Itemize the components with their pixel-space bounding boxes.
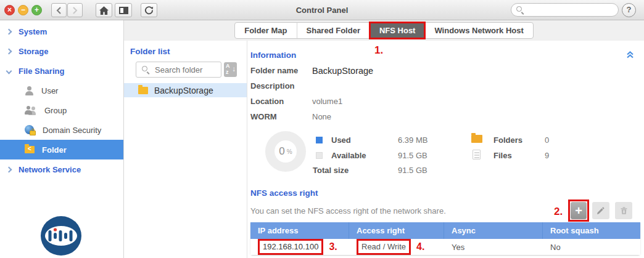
close-window-button[interactable]: ×: [4, 5, 15, 15]
tab-group: Folder Map Shared Folder NFS Host 1. Win…: [234, 22, 534, 39]
usage-percent: 0: [279, 145, 284, 158]
add-nfs-host-button[interactable]: + 2.: [571, 202, 587, 219]
annotation-number-3: 3.: [329, 241, 337, 252]
available-value: 91.5 GB: [398, 151, 427, 160]
chevron-right-icon: [6, 28, 12, 34]
back-button[interactable]: [51, 3, 67, 17]
detail-panel: Information Folder name BackupStorage De…: [247, 41, 644, 258]
help-button[interactable]: ?: [622, 3, 636, 17]
sidebar-item-label: Storage: [19, 47, 48, 56]
field-value: volume1: [312, 97, 342, 106]
tab-windows-network-host[interactable]: Windows Network Host: [425, 23, 532, 38]
used-label: Used: [331, 135, 351, 145]
sidebar-item-folder[interactable]: < Folder: [0, 140, 123, 159]
folder-icon: [138, 87, 148, 94]
tab-shared-folder[interactable]: Shared Folder: [297, 23, 370, 38]
sidebar-item-label: Network Service: [19, 165, 81, 174]
used-legend-swatch: [316, 137, 323, 143]
chevron-right-icon: [72, 7, 78, 14]
table-header-row: IP address Access right Async Root squas…: [250, 222, 640, 239]
ip-address-value: 192.168.10.100: [258, 239, 323, 255]
folder-list-panel: Folder list A z ↓ BackupStorage: [124, 41, 247, 258]
sidebar-item-label: User: [41, 86, 58, 95]
column-header-root-squash: Root squash: [543, 222, 640, 239]
available-label: Available: [331, 151, 366, 160]
info-row-location: Location volume1: [250, 94, 640, 109]
tab-nfs-host[interactable]: NFS Host 1.: [370, 23, 426, 38]
nfs-section-header: NFS access right: [250, 188, 640, 198]
sidebar-panel-icon: [119, 7, 128, 14]
usage-donut: 0 %: [265, 131, 306, 172]
folder-list-item-backupstorage[interactable]: BackupStorage: [124, 83, 247, 97]
info-row-worm: WORM None: [250, 109, 640, 124]
sidebar-item-group[interactable]: Group: [0, 100, 123, 120]
field-label: Folder name: [250, 66, 312, 75]
sort-arrow-icon: ↓: [232, 65, 236, 73]
usage-percent-unit: %: [287, 148, 292, 155]
toggle-sidebar-button[interactable]: [115, 3, 132, 17]
folders-label: Folders: [493, 135, 522, 145]
sort-az-button[interactable]: A z ↓: [224, 62, 237, 77]
refresh-button[interactable]: [141, 3, 157, 17]
plus-icon: +: [575, 203, 582, 218]
trash-icon: [619, 206, 629, 216]
chevron-right-icon: [6, 48, 12, 54]
control-panel-window: × − + Control Panel ?: [0, 0, 644, 258]
chevron-left-icon: [56, 7, 62, 14]
forward-button[interactable]: [67, 3, 83, 17]
window-toolbar: × − + Control Panel ?: [0, 0, 644, 20]
available-legend-swatch: [316, 152, 323, 159]
sidebar-item-label: File Sharing: [19, 67, 64, 76]
content-row: Folder list A z ↓ BackupStorage: [124, 41, 644, 258]
information-header: Information: [250, 49, 640, 60]
chevron-right-icon: [6, 166, 12, 172]
maximize-window-button[interactable]: +: [31, 5, 42, 15]
folder-search-row: A z ↓: [124, 62, 247, 78]
chevron-down-icon: [6, 68, 12, 74]
nfs-title: NFS access right: [250, 188, 318, 198]
sidebar-item-storage[interactable]: Storage: [0, 41, 123, 61]
sidebar-item-user[interactable]: User: [0, 81, 123, 100]
cell-async: Yes: [444, 239, 543, 255]
collapse-section-icon[interactable]: [626, 51, 634, 58]
info-row-folder-name: Folder name BackupStorage: [250, 63, 640, 78]
sidebar: System Storage File Sharing User Group D…: [0, 20, 124, 258]
delete-nfs-host-button[interactable]: [615, 202, 632, 219]
sidebar-item-label: Folder: [42, 145, 67, 155]
tab-folder-map[interactable]: Folder Map: [235, 23, 297, 38]
column-header-async: Async: [444, 222, 543, 239]
main-area: System Storage File Sharing User Group D…: [0, 20, 644, 258]
access-right-value: Read / Write: [357, 239, 411, 255]
pencil-icon: [596, 206, 606, 216]
help-icon: ?: [627, 5, 632, 14]
sidebar-item-label: Group: [44, 106, 67, 115]
share-icon: <: [25, 145, 35, 153]
used-value: 6.39 MB: [398, 135, 427, 145]
shared-folder-icon: <: [25, 146, 35, 153]
sidebar-item-network-service[interactable]: Network Service: [0, 159, 123, 179]
field-label: WORM: [250, 112, 312, 121]
table-row[interactable]: 192.168.10.100 3. Read / Write 4. Yes: [250, 239, 640, 255]
sidebar-item-domain-security[interactable]: Domain Security: [0, 120, 123, 140]
async-value: Yes: [452, 243, 464, 252]
files-icon: [473, 150, 481, 159]
minimize-window-button[interactable]: −: [18, 5, 28, 15]
nfs-toolbar: + 2.: [571, 202, 632, 219]
field-label: Description: [250, 81, 312, 91]
home-button[interactable]: [96, 3, 112, 17]
close-icon: ×: [7, 6, 12, 14]
tab-label: Folder Map: [244, 26, 287, 35]
global-search-input[interactable]: [511, 3, 619, 17]
sidebar-item-system[interactable]: System: [0, 22, 123, 41]
information-title: Information: [250, 50, 296, 60]
nfs-access-table: IP address Access right Async Root squas…: [250, 222, 640, 255]
sidebar-item-file-sharing[interactable]: File Sharing: [0, 61, 123, 81]
tab-label: NFS Host: [379, 26, 416, 35]
search-icon: [141, 65, 150, 74]
folder-list-title: Folder list: [130, 47, 247, 56]
sidebar-item-label: Domain Security: [43, 126, 101, 135]
edit-nfs-host-button[interactable]: [592, 202, 609, 219]
search-icon: [516, 6, 524, 14]
sort-az-icon: A: [226, 63, 230, 69]
annotation-number-4: 4.: [416, 241, 424, 252]
